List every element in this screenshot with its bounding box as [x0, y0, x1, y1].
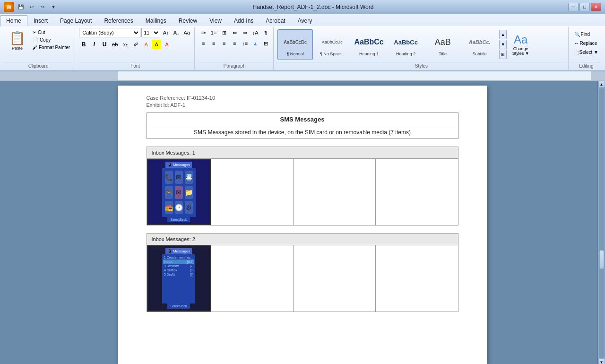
select-button[interactable]: ⬚ Select ▼ [572, 49, 600, 56]
inbox-cell-1-1 [211, 159, 293, 225]
menu-text-4: 4 Outbox [164, 269, 177, 272]
tab-mailings[interactable]: Mailings [139, 15, 173, 26]
inbox-cell-2-1 [211, 245, 293, 312]
show-hide-button[interactable]: ¶ [261, 28, 270, 37]
strikethrough-button[interactable]: ab [110, 40, 120, 49]
phone-select-key-2: Select [170, 304, 179, 308]
align-center-button[interactable]: ≡ [209, 39, 218, 48]
style-title[interactable]: AaB Title [425, 29, 460, 60]
align-left-button[interactable]: ≡ [199, 39, 208, 48]
scissors-icon: ✂ [33, 30, 36, 35]
minimize-button[interactable]: ─ [568, 3, 579, 11]
style-h2-name: Heading 2 [396, 52, 415, 56]
scroll-track-vertical[interactable] [599, 88, 605, 358]
para-row-2: ≡ ≡ ≡ ≡ ↕≡ ▲ ⊞ [199, 39, 270, 48]
clipboard-small-buttons: ✂ Cut 📄 Copy 🖌 Format Painter [31, 28, 72, 51]
scroll-thumb-vertical[interactable] [599, 250, 604, 269]
decrease-indent-button[interactable]: ⇐ [230, 28, 239, 37]
styles-scroll-up[interactable]: ▲ [499, 30, 507, 39]
style-subtitle[interactable]: AaBbCc. Subtitle [462, 29, 497, 60]
ruler-right-margin [591, 71, 605, 80]
style-nospace-name: ¶ No Spaci... [320, 52, 344, 56]
tab-insert[interactable]: Insert [27, 15, 54, 26]
cut-button[interactable]: ✂ Cut [31, 29, 72, 36]
superscript-button[interactable]: x² [131, 40, 140, 49]
ruler [0, 71, 605, 81]
tab-add-ins[interactable]: Add-Ins [228, 15, 259, 26]
redo-button[interactable]: ↪ [38, 3, 47, 11]
tab-references[interactable]: References [98, 15, 139, 26]
binoculars-icon: 🔍 [574, 32, 580, 37]
style-heading2[interactable]: AaBbCc Heading 2 [388, 29, 424, 60]
shrink-font-button[interactable]: A↓ [172, 28, 181, 37]
highlight-button[interactable]: A [152, 40, 161, 49]
grow-font-button[interactable]: A↑ [161, 28, 171, 37]
style-no-spacing[interactable]: AaBbCcDc ¶ No Spaci... [314, 29, 350, 60]
inbox-cell-1-2 [293, 159, 375, 225]
find-button[interactable]: 🔍 Find [572, 31, 600, 38]
underline-button[interactable]: U [100, 40, 109, 49]
undo-button[interactable]: ↩ [27, 3, 36, 11]
style-subtitle-name: Subtitle [473, 52, 487, 56]
clear-format-button[interactable]: Aa [182, 28, 191, 37]
phone-icons-grid: 📞 ✉ 📇 🎮 ✉ 📁 📻 🕐 ⚙ [162, 168, 196, 217]
borders-button[interactable]: ⊞ [261, 39, 270, 48]
align-right-button[interactable]: ≡ [219, 39, 229, 48]
tab-home[interactable]: Home [0, 15, 27, 26]
font-size-select[interactable]: 11 [141, 28, 160, 37]
font-color-button[interactable]: A [162, 40, 172, 49]
style-title-preview: AaB [427, 33, 458, 52]
quick-access-toolbar: 💾 ↩ ↪ ▼ [16, 3, 58, 11]
tab-avery[interactable]: Avery [292, 15, 318, 26]
tab-acrobat[interactable]: Acrobat [259, 15, 291, 26]
bullets-button[interactable]: ≡• [199, 28, 208, 37]
office-logo: W [4, 2, 14, 12]
close-button[interactable]: ✕ [591, 3, 601, 11]
subscript-button[interactable]: x₂ [121, 40, 130, 49]
styles-scroll: ▲ ▼ ⊞ [498, 30, 507, 59]
styles-expand[interactable]: ⊞ [499, 50, 507, 59]
phone-icon-6: 📁 [185, 186, 193, 199]
tab-view[interactable]: View [203, 15, 228, 26]
customize-button[interactable]: ▼ [49, 3, 58, 11]
text-effects-button[interactable]: A [141, 40, 151, 49]
copy-icon: 📄 [33, 37, 38, 43]
phone-soft-keys-2: Select Back [167, 303, 190, 309]
sort-button[interactable]: ↕A [251, 28, 260, 37]
font-family-select[interactable]: Calibri (Body) [79, 28, 140, 37]
scroll-down-button[interactable]: ▼ [598, 359, 605, 364]
increase-indent-button[interactable]: ⇒ [240, 28, 250, 37]
phone-menu-item-4: 4 Outbox[0] [163, 268, 195, 272]
phone-soft-keys-1: Select Back [167, 217, 190, 222]
inbox-section-2: Inbox Messages: 2 📱 Messages 1 Create ne… [147, 233, 458, 312]
style-heading1[interactable]: AaBbCc Heading 1 [351, 29, 387, 60]
justify-button[interactable]: ≡ [230, 39, 239, 48]
tab-page-layout[interactable]: Page Layout [54, 15, 98, 26]
multilevel-button[interactable]: ⊞ [219, 28, 229, 37]
phone-icon-5: ✉ [175, 186, 183, 199]
font-row-1: Calibri (Body) 11 A↑ A↓ Aa [79, 28, 191, 37]
style-title-name: Title [439, 52, 447, 56]
format-painter-button[interactable]: 🖌 Format Painter [31, 44, 72, 51]
italic-button[interactable]: I [89, 40, 99, 49]
editing-group-label: Editing [572, 62, 600, 69]
maximize-button[interactable]: □ [579, 3, 590, 11]
document-area[interactable]: Case Reference: IF-01234-10 Exhibit Id: … [7, 81, 597, 364]
format-painter-label: Format Painter [39, 45, 70, 50]
style-normal[interactable]: AaBbCcDc ¶ Normal [277, 29, 313, 60]
change-styles-button[interactable]: Aa ChangeStyles ▼ [508, 31, 534, 58]
numbering-button[interactable]: 1≡ [209, 28, 218, 37]
copy-button[interactable]: 📄 Copy [31, 36, 72, 43]
bold-button[interactable]: B [79, 40, 88, 49]
line-spacing-button[interactable]: ↕≡ [240, 39, 250, 48]
paste-button[interactable]: 📋 Paste [5, 28, 30, 53]
styles-scroll-down[interactable]: ▼ [499, 40, 507, 49]
replace-button[interactable]: ↔ Replace [572, 40, 600, 47]
tab-review[interactable]: Review [173, 15, 203, 26]
inbox-cell-1-3 [375, 159, 458, 225]
styles-group-content: AaBbCcDc ¶ Normal AaBbCcDc ¶ No Spaci...… [277, 28, 565, 61]
shading-button[interactable]: ▲ [251, 39, 260, 48]
scroll-up-button[interactable]: ▲ [598, 81, 605, 87]
phone-title-bar-2: 📱 Messages [165, 248, 192, 254]
save-button[interactable]: 💾 [16, 3, 26, 11]
